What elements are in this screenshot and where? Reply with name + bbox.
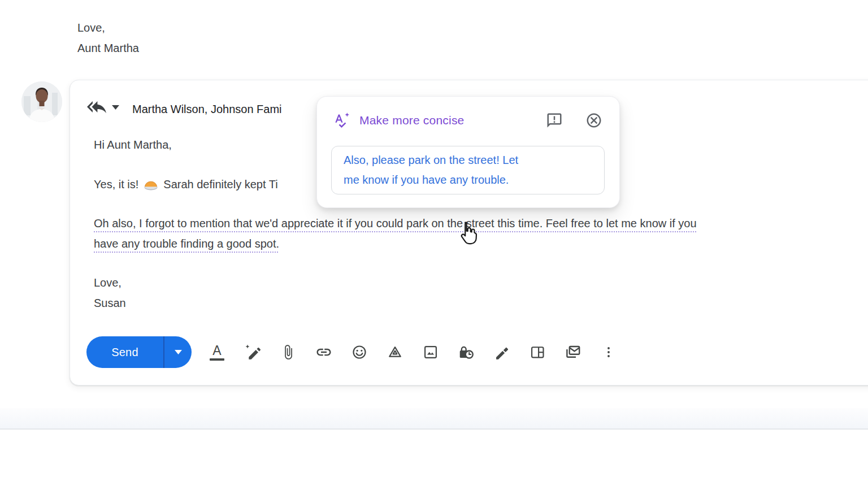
google-drive-icon[interactable]: [386, 343, 404, 361]
ai-popup-header: Make more concise: [334, 111, 602, 130]
signature-line: Susan: [94, 293, 126, 313]
prev-signature-line: Love,: [77, 18, 139, 38]
ai-action-title: Make more concise: [359, 110, 464, 131]
compose-toolbar: A: [208, 343, 618, 361]
formatting-options-icon[interactable]: A: [208, 343, 226, 361]
ai-suggestion-card[interactable]: Also, please park on the street! Let me …: [331, 146, 605, 194]
hand-cursor-icon: [458, 220, 478, 245]
confidential-mode-icon[interactable]: [457, 343, 475, 361]
insert-link-icon[interactable]: [315, 343, 333, 361]
ai-highlighted-paragraph: Oh also, I forgot to mention that we'd a…: [94, 213, 697, 254]
highlighted-line: Oh also, I forgot to mention that we'd a…: [94, 213, 697, 233]
page-background-band: [0, 408, 868, 428]
highlighted-line: have any trouble finding a good spot.: [94, 233, 697, 254]
layouts-icon[interactable]: [528, 343, 546, 361]
body-greeting: Hi Aunt Martha,: [94, 135, 172, 155]
reply-type-caret-icon[interactable]: [112, 105, 119, 110]
insert-photo-icon[interactable]: [422, 343, 440, 361]
suggestion-line: me know if you have any trouble.: [344, 170, 559, 190]
pie-emoji-icon: [138, 178, 163, 190]
body-signature: Love, Susan: [94, 272, 126, 313]
avatar-image: [21, 81, 62, 122]
send-options-caret-icon: [175, 350, 182, 354]
help-me-write-pen-spark-icon[interactable]: [244, 343, 262, 361]
pie-line-after: Sarah definitely kept Ti: [163, 178, 277, 190]
send-button[interactable]: Send: [86, 336, 163, 368]
insert-emoji-icon[interactable]: [350, 343, 368, 361]
pie-line-before: Yes, it is!: [94, 178, 138, 190]
attach-file-icon[interactable]: [279, 343, 297, 361]
formatting-letter: A: [212, 344, 221, 357]
close-icon[interactable]: [585, 112, 602, 129]
prev-signature-line: Aunt Martha: [77, 38, 139, 58]
previous-email-signature: Love, Aunt Martha: [77, 18, 139, 58]
pen-spark-a-icon: [334, 112, 351, 129]
ai-refine-popup: Make more concise Also, please park on t…: [316, 96, 620, 208]
page-divider-line: [0, 428, 868, 430]
sender-avatar: [21, 81, 62, 122]
suggestion-line: Also, please park on the street! Let: [344, 150, 559, 170]
insert-signature-pen-icon[interactable]: [493, 343, 511, 361]
body-pie-line: Yes, it is! Sarah definitely kept Ti: [94, 174, 278, 194]
feedback-icon[interactable]: [546, 112, 563, 129]
send-options-button[interactable]: [164, 336, 192, 368]
ai-suggestion-text: Also, please park on the street! Let me …: [344, 150, 559, 190]
multi-send-icon[interactable]: [564, 343, 582, 361]
more-options-icon[interactable]: [600, 343, 618, 361]
recipients-label[interactable]: Martha Wilson, Johnson Fami: [132, 99, 282, 119]
reply-all-icon[interactable]: [87, 97, 106, 116]
signature-line: Love,: [94, 272, 126, 293]
send-split-button: Send: [86, 336, 192, 368]
formatting-underline-bar: [210, 358, 224, 361]
